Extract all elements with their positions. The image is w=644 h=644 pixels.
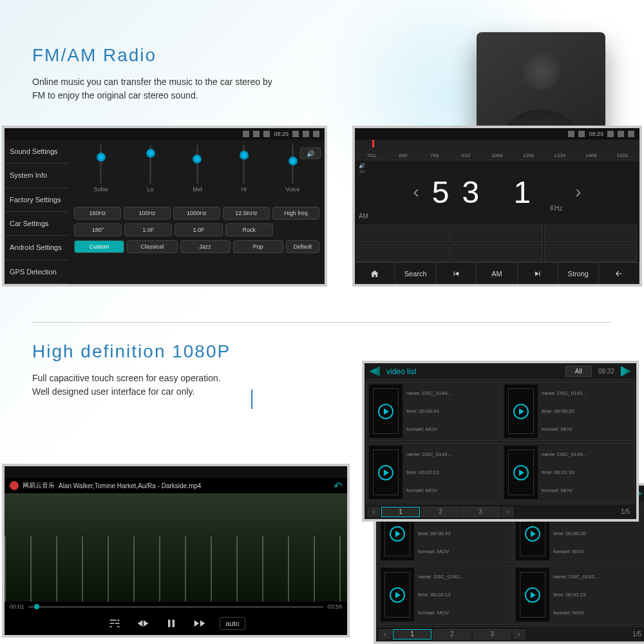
page-next-button[interactable]: › — [513, 629, 526, 639]
signal-icon — [263, 131, 270, 137]
preset-pop[interactable]: Pop — [233, 240, 283, 253]
param-button[interactable]: 1.0F — [175, 223, 222, 236]
page-button[interactable]: 1 — [393, 629, 431, 639]
settings-sidebar: Sound Settings System Info Factory Setti… — [5, 140, 69, 284]
next-button[interactable] — [518, 263, 558, 284]
status-bar: 08:29 — [5, 128, 325, 140]
section-title: FM/AM Radio — [32, 45, 277, 66]
sidebar-item-android[interactable]: Android Settings — [5, 236, 69, 260]
preset-slot[interactable] — [450, 225, 543, 243]
page-prev-button[interactable]: ‹ — [379, 629, 392, 639]
app-logo-icon — [10, 481, 19, 490]
play-icon — [378, 465, 393, 480]
bluetooth-icon — [578, 131, 585, 137]
back-button[interactable] — [599, 263, 639, 284]
video-item[interactable]: name: DSC_0142...time: 00:02:13formart: … — [377, 565, 511, 625]
section-title: High definition 1080P — [32, 341, 277, 362]
sidebar-item-sound[interactable]: Sound Settings — [5, 140, 69, 164]
rewind-button[interactable] — [135, 615, 151, 632]
home-button[interactable] — [355, 263, 395, 284]
video-item[interactable]: name: DSC_0141...time: 00:00:20formart: … — [501, 381, 635, 441]
preset-slot[interactable] — [544, 244, 637, 262]
slider-subw[interactable]: Subw — [93, 145, 108, 203]
preset-slot[interactable] — [450, 244, 543, 262]
preset-classical[interactable]: Classical — [127, 240, 177, 253]
video-item[interactable]: name: DSC_0143...time: 00:01:19formart: … — [501, 442, 635, 502]
progress-bar[interactable] — [28, 606, 324, 608]
eq-icon[interactable] — [106, 615, 123, 632]
sidebar-item-gps[interactable]: GPS Detection — [5, 260, 69, 284]
param-button[interactable]: 180° — [74, 223, 122, 236]
page-count: 1/5 — [632, 630, 644, 638]
section-desc: Online music you can transfer the music … — [32, 75, 277, 102]
app-brand: 网易云音乐 — [23, 481, 55, 490]
sidebar-item-factory[interactable]: Factory Settings — [5, 188, 69, 212]
tune-down-button[interactable]: ‹ — [413, 182, 419, 202]
video-item[interactable]: name: DSC_0143...time: 00:01:19formart: … — [513, 565, 644, 625]
page-prev-button[interactable]: ‹ — [367, 507, 380, 517]
preset-jazz[interactable]: Jazz — [180, 240, 231, 253]
back-icon[interactable]: ↶ — [334, 480, 342, 492]
param-button[interactable]: Rock — [225, 223, 273, 236]
search-button[interactable]: Search — [395, 263, 436, 284]
video-list-panel: video list All 08:32 name: DSC_0140...ti… — [362, 361, 639, 522]
slider-voice[interactable]: Voice — [286, 145, 300, 203]
status-bar — [5, 466, 347, 478]
auto-button[interactable]: auto — [220, 617, 245, 630]
forward-button[interactable] — [191, 615, 208, 632]
frequency-scale[interactable]: 531 665 799 933 1066 1200 1334 1468 1602 — [355, 140, 639, 160]
radio-panel: 08:29 531 665 799 933 1066 1200 1334 146… — [352, 126, 642, 287]
sidebar-item-system[interactable]: System Info — [5, 164, 69, 187]
nav-icon — [607, 131, 614, 137]
preset-slot[interactable] — [356, 244, 449, 262]
forward-icon[interactable] — [621, 366, 631, 377]
status-time: 08:29 — [589, 131, 603, 137]
tuner-marker — [372, 140, 374, 147]
freq-button[interactable]: 1000Hz — [173, 207, 220, 220]
play-icon — [390, 587, 405, 603]
header-time: 08:32 — [598, 368, 614, 375]
param-button[interactable]: 1.0F — [124, 223, 172, 236]
time-current: 00:01 — [10, 603, 24, 610]
freq-button[interactable]: 160Hz — [74, 207, 121, 220]
preset-slot[interactable] — [544, 225, 637, 243]
time-total: 03:59 — [327, 603, 342, 610]
preset-custom[interactable]: Custom — [74, 240, 124, 253]
mute-button[interactable]: 🔊 — [300, 147, 321, 159]
page-button[interactable]: 3 — [461, 507, 500, 517]
back-icon[interactable] — [370, 366, 380, 377]
default-button[interactable]: Default — [286, 240, 319, 253]
play-icon — [525, 587, 540, 603]
nav-icon — [628, 131, 634, 137]
slider-lo[interactable]: Lo — [147, 145, 154, 203]
filter-all-button[interactable]: All — [565, 366, 592, 377]
pause-button[interactable] — [163, 615, 180, 632]
page-count: 1/5 — [621, 508, 634, 515]
play-icon — [390, 526, 405, 542]
play-icon — [525, 526, 540, 542]
page-button[interactable]: 2 — [421, 507, 460, 517]
band-button[interactable]: AM — [477, 263, 517, 284]
page-button[interactable]: 2 — [433, 629, 471, 639]
page-button[interactable]: 3 — [473, 629, 511, 639]
freq-button[interactable]: 100Hz — [124, 207, 171, 220]
page-next-button[interactable]: › — [501, 507, 514, 517]
preset-grid — [355, 223, 639, 262]
slider-hi[interactable]: Hi — [241, 145, 247, 203]
accent-mark — [251, 390, 252, 409]
freq-button[interactable]: 12.5KHz — [223, 207, 270, 220]
video-screen[interactable] — [5, 493, 347, 601]
video-item[interactable]: name: DSC_0142...time: 00:02:13formart: … — [366, 442, 500, 502]
slider-mid[interactable]: Mid — [193, 145, 202, 203]
video-item[interactable]: name: DSC_0140...time: 00:00:43formart: … — [366, 381, 500, 441]
status-bar: 08:29 — [355, 128, 639, 140]
strong-button[interactable]: Strong — [558, 263, 599, 284]
page-button[interactable]: 1 — [381, 507, 420, 517]
freq-button[interactable]: High freq — [272, 207, 319, 220]
play-icon — [513, 465, 529, 480]
preset-slot[interactable] — [356, 225, 449, 243]
tune-up-button[interactable]: › — [575, 182, 581, 202]
section-desc: Full capacitive touch screen for easy op… — [32, 372, 277, 399]
prev-button[interactable] — [436, 263, 477, 284]
sidebar-item-car[interactable]: Car Settings — [5, 212, 69, 236]
